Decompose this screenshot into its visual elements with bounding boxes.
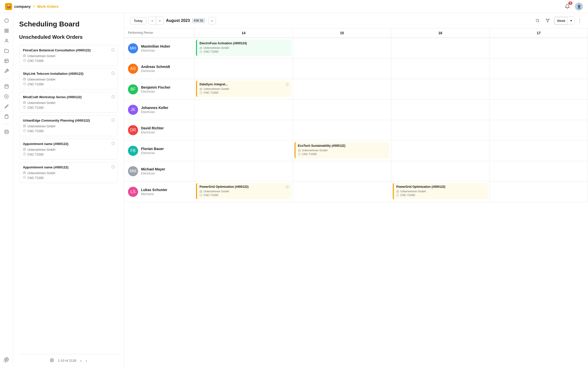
day-cell[interactable]	[391, 161, 490, 181]
sidebar-item-home[interactable]	[2, 16, 11, 25]
sidebar-item-tools[interactable]	[2, 66, 11, 76]
svg-rect-21	[23, 55, 26, 57]
sidebar-item-calendar[interactable]	[2, 82, 11, 91]
day-cell[interactable]	[490, 161, 588, 181]
info-icon[interactable]: ⓘ	[111, 141, 115, 146]
calendar-row: BF Benjamin Fischer Electrician DataSync…	[124, 79, 588, 100]
user-avatar[interactable]: 👤	[575, 3, 583, 11]
sidebar-item-check[interactable]	[2, 92, 11, 101]
day-cell[interactable]: PowerGrid Optimization (#000122) Unterne…	[391, 181, 490, 202]
today-button[interactable]: Today	[130, 17, 146, 24]
pagination-prev-button[interactable]: ‹	[80, 358, 82, 363]
prev-week-button[interactable]: ‹	[149, 17, 156, 24]
day-cell[interactable]	[391, 38, 490, 58]
event-asset: CNC-T1000	[200, 194, 289, 197]
info-icon[interactable]: ⓘ	[111, 71, 115, 76]
day-cell[interactable]	[391, 120, 490, 140]
breadcrumb-current[interactable]: Work Orders	[37, 5, 58, 9]
person-name: Maximilian Huber	[141, 44, 170, 48]
next-week-button[interactable]: ›	[156, 17, 164, 24]
day-cell[interactable]	[194, 120, 293, 140]
event-company: Unternehmen GmbH	[298, 149, 387, 152]
event-card[interactable]: EcoTech Sustainability (#000122) Unterne…	[295, 142, 390, 158]
notifications-button[interactable]: 9	[563, 3, 571, 11]
day-cell[interactable]	[490, 120, 588, 140]
breadcrumb-separator: >	[33, 4, 35, 9]
day-cell[interactable]	[293, 38, 391, 58]
search-icon[interactable]	[534, 17, 541, 24]
work-order-card[interactable]: Appointment name (#000122) Unternehmen G…	[19, 162, 118, 183]
person-name: Johannes Keller	[141, 106, 168, 110]
day-cell[interactable]	[293, 161, 391, 181]
day-cell[interactable]	[293, 181, 391, 202]
day-cell[interactable]: PowerGrid Optimization (#000122) ⓘ Unter…	[194, 181, 293, 202]
day-cell[interactable]: ElectroFuse Activation (#000124) Unterne…	[194, 38, 293, 58]
day-cell[interactable]	[490, 79, 588, 99]
sidebar-item-person[interactable]	[2, 36, 11, 45]
day-cell[interactable]	[293, 100, 391, 120]
info-icon[interactable]: ⓘ	[111, 165, 115, 169]
person-avatar: DR	[128, 125, 138, 135]
person-role: Electrician	[141, 172, 165, 175]
svg-point-19	[5, 130, 8, 131]
month-next-button[interactable]: ›	[208, 17, 216, 24]
view-dropdown-button[interactable]: ▾	[567, 17, 575, 24]
work-order-title: Appointment name (#000122)	[23, 165, 114, 169]
day-cell[interactable]: DataSync Integrat... ⓘ Unternehmen GmbH …	[194, 79, 293, 99]
work-order-card[interactable]: Appointment name (#000122) Unternehmen G…	[19, 139, 118, 160]
sidebar-collapse-button[interactable]: ◁|	[3, 359, 6, 363]
svg-rect-27	[23, 125, 26, 127]
event-title: ElectroFuse Activation (#000124)	[200, 42, 247, 45]
sidebar-item-panel[interactable]	[2, 56, 11, 65]
day-cell[interactable]	[391, 100, 490, 120]
work-order-card[interactable]: MindCraft Workshop Series (#000122) Unte…	[19, 92, 118, 113]
day-cell[interactable]	[490, 140, 588, 161]
settings-icon[interactable]	[50, 358, 54, 363]
info-icon[interactable]: ⓘ	[111, 48, 115, 52]
day-cell[interactable]	[293, 79, 391, 99]
day-cell[interactable]	[194, 100, 293, 120]
event-card[interactable]: PowerGrid Optimization (#000122) ⓘ Unter…	[196, 183, 291, 199]
event-info-icon[interactable]: ⓘ	[286, 83, 289, 87]
event-card[interactable]: PowerGrid Optimization (#000122) Unterne…	[393, 183, 488, 199]
day-cell[interactable]	[293, 59, 391, 79]
day-cell[interactable]	[490, 59, 588, 79]
person-role: Electrician	[141, 110, 168, 114]
person-avatar: AS	[128, 64, 138, 74]
event-card[interactable]: ElectroFuse Activation (#000124) Unterne…	[196, 40, 291, 56]
day-cell[interactable]	[194, 161, 293, 181]
sidebar	[0, 13, 13, 367]
work-order-card[interactable]: UrbanEdge Community Planning (#000122) U…	[19, 115, 118, 136]
brand-logo[interactable]: 📦 company	[5, 3, 31, 10]
info-icon[interactable]: ⓘ	[111, 95, 115, 99]
day-cell[interactable]	[391, 59, 490, 79]
sidebar-item-grid[interactable]	[2, 26, 11, 35]
day-cell[interactable]	[490, 38, 588, 58]
meta-asset: CNC-T1000	[23, 176, 114, 180]
more-options-button[interactable]: ⋮	[577, 18, 582, 23]
filter-icon[interactable]	[544, 17, 551, 24]
day-cell[interactable]: EcoTech Sustainability (#000122) Unterne…	[293, 140, 391, 161]
day-cell[interactable]	[194, 140, 293, 161]
sidebar-item-database[interactable]	[2, 127, 11, 136]
work-order-title: UrbanEdge Community Planning (#000122)	[23, 119, 114, 122]
person-cell: BF Benjamin Fischer Electrician	[124, 79, 194, 99]
sidebar-item-clipboard[interactable]	[2, 112, 11, 121]
week-view-button[interactable]: Week	[554, 17, 568, 24]
work-order-card[interactable]: SkyLink Telecom Installation (#000122) U…	[19, 68, 118, 89]
pagination-next-button[interactable]: ›	[86, 358, 87, 363]
work-order-card[interactable]: FloraCare Botanical Consultation (#00012…	[19, 45, 118, 66]
day-cell[interactable]	[391, 140, 490, 161]
day-cell[interactable]	[293, 120, 391, 140]
day-cell[interactable]	[490, 100, 588, 120]
sidebar-item-folder[interactable]	[2, 46, 11, 55]
day-cell[interactable]	[391, 79, 490, 99]
person-cell: FB Florian Bauer Electrician	[124, 140, 194, 161]
sidebar-item-nodes[interactable]	[2, 102, 11, 111]
day-cell[interactable]	[194, 59, 293, 79]
calendar-toolbar: Today ‹ › August 2023 KW 32 › Week	[124, 13, 588, 28]
event-card[interactable]: DataSync Integrat... ⓘ Unternehmen GmbH …	[196, 81, 291, 97]
event-info-icon[interactable]: ⓘ	[286, 185, 289, 189]
day-cell[interactable]	[490, 181, 588, 202]
info-icon[interactable]: ⓘ	[111, 118, 115, 123]
